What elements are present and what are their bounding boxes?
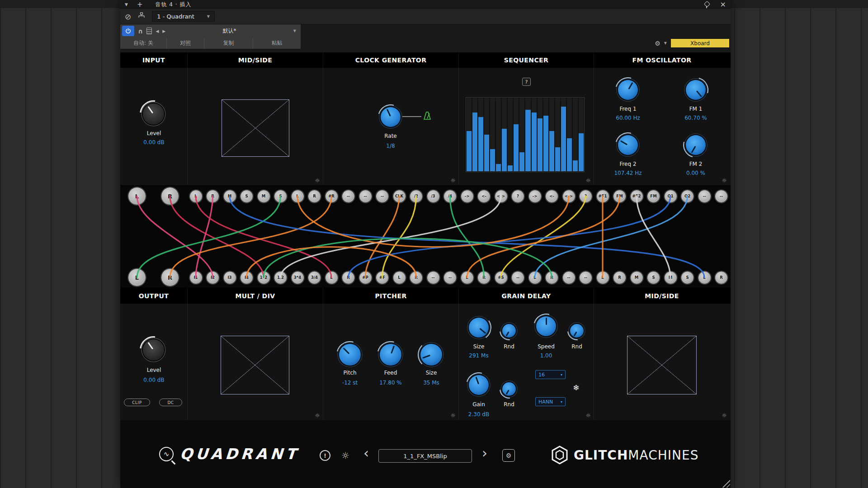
patch-jack[interactable]: O1 [665,190,677,202]
mod-indicator-icon[interactable]: ☼ [315,412,320,419]
patch-jack[interactable]: FM [613,190,626,202]
patch-cable[interactable] [501,196,586,277]
sequencer-step[interactable] [519,98,524,171]
patch-jack[interactable]: M [258,190,270,202]
patch-jack[interactable]: -- [359,190,372,202]
sequencer-step[interactable] [484,98,489,171]
collapse-icon[interactable]: ▼ [125,2,128,7]
settings-button[interactable]: ⚙ [502,449,515,462]
patch-jack[interactable]: R [546,272,558,284]
feed-knob[interactable] [380,344,401,366]
patch-jack[interactable]: R [308,190,321,202]
patch-jack[interactable]: <- [546,190,558,202]
input-level-knob[interactable] [143,103,164,125]
gear-icon[interactable]: ⚙ [655,40,660,47]
patch-jack[interactable]: ? [512,190,524,202]
patch-jack[interactable]: R [342,272,354,284]
pitch-knob[interactable] [339,344,361,366]
mod-indicator-icon[interactable]: ☼ [722,177,727,184]
add-insert-icon[interactable]: + [137,0,143,9]
sequencer-step[interactable] [555,98,560,171]
patch-jack[interactable]: S [647,272,660,284]
grain-gain-knob[interactable] [469,375,489,395]
patch-jack[interactable]: R [613,272,626,284]
patch-jack[interactable]: L [698,272,711,284]
sequencer-step[interactable] [472,98,477,171]
patch-jack[interactable]: R [161,269,179,286]
mod-indicator-icon[interactable]: ☼ [450,177,456,184]
patch-jack[interactable]: /2 [410,190,422,202]
info-button[interactable]: ! [320,450,330,461]
patch-jack[interactable]: S [681,272,693,284]
sequencer-step[interactable] [467,98,472,171]
automation-button[interactable]: 自动: 关 [120,38,167,49]
patch-jack[interactable]: /3 [427,190,439,202]
mod-indicator-icon[interactable]: ☼ [722,412,727,419]
patch-cable[interactable] [467,196,620,277]
patch-cable[interactable] [450,196,484,277]
sequencer-step[interactable] [502,98,507,171]
patch-jack[interactable]: I3 [224,272,236,284]
patch-cable[interactable] [170,196,331,277]
patch-jack[interactable]: L [128,188,146,205]
rate-knob[interactable] [381,107,401,127]
patch-jack[interactable]: L [597,272,609,284]
sequencer-step[interactable] [525,98,530,171]
grain-speed-rnd-knob[interactable] [570,324,584,338]
bulb-icon[interactable]: ☼ [341,450,349,461]
patch-jack[interactable]: R [410,272,422,284]
patch-jack[interactable]: L [292,190,304,202]
patch-jack[interactable]: #S [495,272,507,284]
listen-icon[interactable]: ∩ [138,28,143,35]
patch-jack[interactable]: 3/4 [308,272,321,284]
patch-jack[interactable]: I2 [207,272,219,284]
prev-preset-button[interactable]: ‹ [363,446,369,460]
preset-browser-icon[interactable] [146,28,152,34]
next-preset-icon[interactable]: ▶ [162,29,165,33]
patch-cable[interactable] [382,196,416,277]
patch-jack[interactable]: I4 [241,272,253,284]
patch-jack[interactable]: L [326,272,338,284]
patch-cable[interactable] [297,196,569,247]
sequencer-step[interactable] [573,98,578,171]
patch-jack[interactable]: -- [512,272,524,284]
patch-jack[interactable]: <- [478,190,490,202]
patch-jack[interactable]: 3*4 [292,272,304,284]
patch-jack[interactable]: L [128,269,146,286]
paste-button[interactable]: 粘贴 [253,38,301,49]
mod-indicator-icon[interactable]: ☼ [585,177,591,184]
chevron-down-icon[interactable]: ▼ [664,41,667,45]
patch-jack[interactable]: S [241,190,253,202]
sequencer-step[interactable] [561,98,566,171]
patch-jack[interactable]: #F1 [597,190,609,202]
patch-cable[interactable] [170,196,264,277]
patch-jack[interactable]: <-> [563,190,575,202]
copy-button[interactable]: 复制 [204,38,253,49]
patch-jack[interactable]: #P [359,272,372,284]
sequencer-step[interactable] [478,98,483,171]
sequencer-step[interactable] [508,98,513,171]
patch-jack[interactable]: R [715,272,727,284]
fm1-knob[interactable] [686,80,706,100]
patch-jack[interactable]: #R [326,190,338,202]
output-level-knob[interactable] [143,339,164,361]
sequencer-step[interactable] [567,98,572,171]
plugin-selector[interactable]: 1 - Quadrant ▼ [152,11,215,22]
patch-jack[interactable]: 1/2 [274,272,287,284]
compare-button[interactable]: 对照 [167,38,204,49]
patch-jack[interactable]: -> [461,190,473,202]
sequencer-step[interactable] [514,98,519,171]
sequencer-step[interactable] [549,98,554,171]
preset-display[interactable]: 1_1_FX_MSBlip [378,449,472,463]
patch-jack[interactable]: L [393,272,406,284]
patch-jack[interactable]: I1 [190,272,202,284]
preset-dropdown-icon[interactable]: ▼ [293,29,299,33]
patch-jack[interactable]: -- [698,190,711,202]
host-preset-name[interactable]: 默认* [169,27,290,35]
freeze-icon[interactable]: ❄ [573,383,579,392]
grain-window-select[interactable]: HANN ▾ [535,397,566,406]
patch-cable[interactable] [196,196,331,277]
patch-jack[interactable]: -- [342,190,354,202]
patch-jack[interactable]: R [161,188,179,205]
patch-cable[interactable] [137,196,213,277]
